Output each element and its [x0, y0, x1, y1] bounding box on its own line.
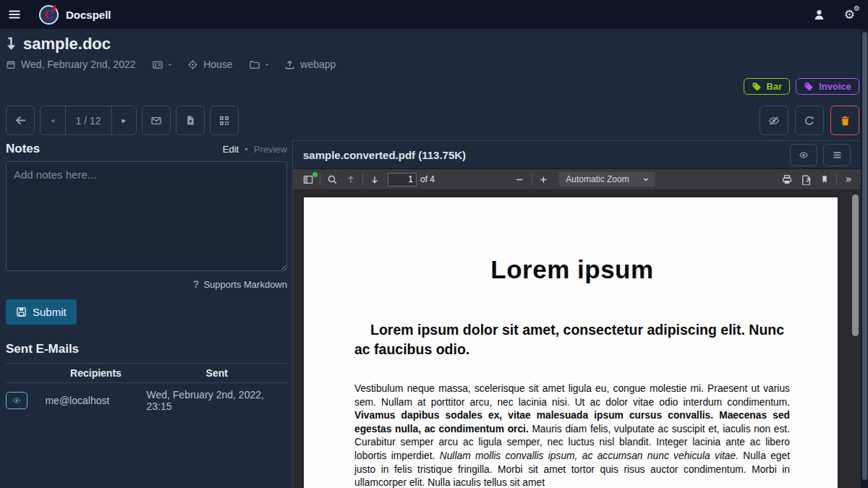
tag-invoice[interactable]: Invoice: [796, 78, 859, 95]
prev-item-button[interactable]: ◂: [41, 106, 65, 134]
document-meta-row: Wed, February 2nd, 2022 - House - webapp: [6, 59, 336, 70]
window-scrollbar-thumb[interactable]: [862, 32, 867, 480]
notes-preview-tab[interactable]: Preview: [254, 144, 287, 155]
mail-sent-date: Wed, February 2nd, 2022, 23:15: [146, 383, 287, 417]
folder-value[interactable]: -: [265, 59, 269, 70]
settings-gears-icon[interactable]: ⚙⚙: [844, 7, 855, 22]
calendar-icon: [6, 59, 16, 70]
pdf-document-title: Lorem ipsum: [354, 255, 790, 284]
sent-email-row: me@localhost Wed, February 2nd, 2022, 23…: [6, 383, 287, 417]
pdf-subtitle: Lorem ipsum dolor sit amet, consectetur …: [354, 320, 790, 359]
qr-code-button[interactable]: [210, 106, 239, 135]
pagination-group: ◂ 1 / 12 ▸: [40, 106, 137, 135]
pdf-scrollbar-thumb[interactable]: [852, 194, 859, 336]
item-toolbar: ◂ 1 / 12 ▸: [6, 106, 859, 135]
docspell-logo[interactable]: C: [39, 5, 59, 25]
notes-edit-tab[interactable]: Edit: [223, 144, 239, 155]
add-files-button[interactable]: [176, 106, 205, 135]
pdf-next-page-button[interactable]: [365, 171, 384, 189]
sent-emails-table: Recipients Sent me@localhost Wed, Februa…: [6, 363, 287, 416]
tab-separator-dot: •: [244, 144, 248, 155]
pdf-zoom-select[interactable]: Automatic Zoom: [558, 172, 655, 187]
save-icon: [16, 307, 27, 317]
tag-icon: [752, 82, 762, 92]
pdf-sidebar-toggle-button[interactable]: [299, 171, 318, 189]
notes-heading: Notes: [6, 142, 40, 156]
correspondent-card-icon: [152, 59, 163, 70]
mail-recipient: me@localhost: [45, 383, 146, 417]
send-mail-button[interactable]: [142, 106, 171, 135]
pdf-bookmark-button[interactable]: [815, 171, 834, 189]
markdown-hint-link[interactable]: ? Supports Markdown: [6, 278, 287, 290]
pdf-prev-page-button[interactable]: [341, 171, 360, 189]
source-value: webapp: [300, 59, 336, 70]
pdf-viewer-canvas[interactable]: Lorem ipsum Lorem ipsum dolor sit amet, …: [293, 190, 861, 488]
top-navbar: C Docspell ⚙⚙: [0, 0, 868, 29]
left-column: Notes Edit • Preview ? Supports Markdown…: [6, 140, 287, 488]
concerning-crosshair-icon: [187, 59, 198, 70]
delete-button[interactable]: [830, 106, 859, 135]
docspell-app: C Docspell ⚙⚙ sample.doc Wed, February 2…: [0, 0, 868, 488]
pdf-paragraph: Vestibulum neque massa, scelerisque sit …: [354, 382, 790, 488]
reprocess-button[interactable]: [795, 106, 824, 135]
pdf-search-button[interactable]: [323, 171, 341, 189]
sidebar-notification-dot: [312, 172, 318, 177]
eye-icon: [12, 396, 22, 405]
pdf-zoom-in-button[interactable]: [534, 171, 553, 189]
tag-bar[interactable]: Bar: [744, 78, 791, 95]
column-sent: Sent: [146, 364, 287, 383]
document-date: Wed, February 2nd, 2022: [21, 59, 136, 70]
attachment-view-button[interactable]: [790, 144, 817, 166]
pdf-page-number-input[interactable]: [388, 173, 417, 187]
attachment-menu-button[interactable]: [823, 144, 851, 166]
document-title: sample.doc: [23, 35, 111, 53]
tag-label: Bar: [767, 81, 783, 92]
back-button[interactable]: [6, 106, 35, 135]
tags-row: Bar Invoice: [744, 78, 859, 95]
submit-notes-button[interactable]: Submit: [6, 299, 77, 325]
hamburger-menu-icon[interactable]: [0, 0, 29, 29]
correspondent-value[interactable]: -: [169, 59, 172, 70]
pdf-zoom-out-button[interactable]: [510, 171, 529, 189]
pdf-page-count: of 4: [420, 174, 435, 184]
question-icon: ?: [193, 278, 200, 290]
column-recipients: Recipients: [45, 364, 146, 383]
upload-source-icon: [284, 59, 295, 70]
view-mail-button[interactable]: [6, 392, 27, 409]
next-item-button[interactable]: ▸: [111, 106, 137, 134]
tag-icon: [804, 82, 814, 92]
concerning-value[interactable]: House: [203, 59, 232, 70]
pdf-page-1: Lorem ipsum Lorem ipsum dolor sit amet, …: [304, 197, 838, 488]
pdfjs-toolbar: of 4 Automatic Zoom: [293, 169, 861, 190]
sent-emails-heading: Sent E-Mails: [6, 342, 287, 356]
notes-textarea[interactable]: [6, 161, 287, 271]
pdf-print-button[interactable]: [778, 171, 796, 189]
document-title-row: sample.doc: [6, 35, 111, 53]
trash-icon: [840, 115, 851, 127]
unconfirm-button[interactable]: [760, 106, 788, 135]
redo-icon: [804, 115, 815, 127]
pdf-download-button[interactable]: [796, 171, 815, 189]
attachment-title: sample.converted.pdf (113.75K): [303, 149, 466, 161]
chevron-down-icon: [642, 176, 650, 183]
tag-label: Invoice: [819, 81, 851, 92]
window-scrollbar[interactable]: [861, 29, 868, 488]
attachment-panel: sample.converted.pdf (113.75K): [292, 140, 861, 488]
attachment-header: sample.converted.pdf (113.75K): [293, 141, 861, 169]
eye-icon: [798, 150, 809, 160]
menu-bars-icon: [832, 150, 843, 160]
eye-slash-icon: [767, 115, 780, 127]
arrow-down-icon: [6, 37, 17, 51]
user-icon[interactable]: [813, 9, 825, 21]
folder-icon: [249, 59, 260, 70]
pagination-label: 1 / 12: [65, 106, 111, 134]
pdf-more-tools-button[interactable]: »: [839, 171, 858, 189]
app-title: Docspell: [66, 9, 111, 21]
